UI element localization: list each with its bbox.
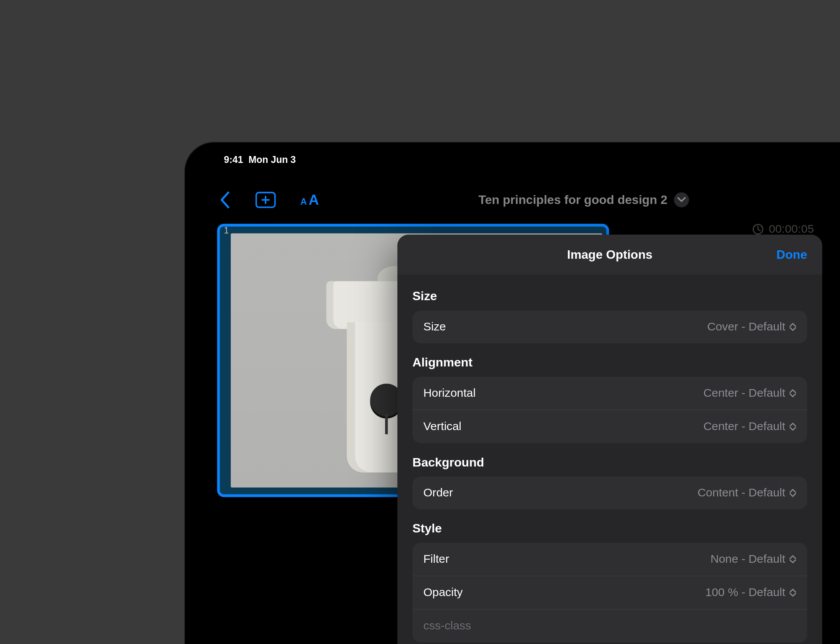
section-alignment-group: Horizontal Center - Default Vertical Cen… (412, 377, 807, 443)
stepper-icon (789, 555, 796, 563)
row-css-class-placeholder: css-class (423, 619, 471, 633)
row-vertical-value: Center - Default (703, 420, 785, 434)
slide-timer-value: 00:00:05 (769, 222, 814, 236)
status-bar: 9:41 Mon Jun 3 (184, 153, 840, 167)
row-css-class[interactable]: css-class (412, 609, 807, 642)
popover-body: Size Size Cover - Default Alignment Hori… (397, 274, 822, 644)
section-background-title: Background (412, 455, 807, 470)
row-filter[interactable]: Filter None - Default (412, 543, 807, 576)
svg-text:A: A (308, 192, 319, 207)
stepper-icon (789, 389, 796, 397)
chevron-down-icon (674, 192, 689, 207)
clock-icon (752, 224, 763, 235)
row-order-label: Order (423, 486, 453, 500)
popover-header: Image Options Done (397, 235, 822, 274)
text-style-button[interactable]: AA (300, 192, 324, 207)
section-size-group: Size Cover - Default (412, 310, 807, 343)
row-vertical[interactable]: Vertical Center - Default (412, 410, 807, 443)
row-opacity-label: Opacity (423, 586, 463, 600)
row-order[interactable]: Order Content - Default (412, 476, 807, 509)
slide-timer: 00:00:05 (752, 222, 814, 236)
row-opacity-value: 100 % - Default (705, 586, 785, 600)
popover-title: Image Options (567, 247, 653, 261)
section-style-group: Filter None - Default Opacity 100 % - De… (412, 543, 807, 642)
section-alignment-title: Alignment (412, 356, 807, 370)
row-size[interactable]: Size Cover - Default (412, 310, 807, 343)
row-opacity[interactable]: Opacity 100 % - Default (412, 576, 807, 609)
app-toolbar: AA Ten principles for good design 2 (184, 183, 840, 217)
row-filter-label: Filter (423, 552, 449, 566)
row-vertical-label: Vertical (423, 420, 461, 434)
stepper-icon (789, 422, 796, 430)
status-date: Mon Jun 3 (249, 154, 296, 165)
ipad-frame: 9:41 Mon Jun 3 AA Ten principl (184, 142, 840, 644)
section-style-title: Style (412, 522, 807, 536)
status-time: 9:41 (224, 154, 243, 165)
done-button[interactable]: Done (776, 235, 807, 274)
row-horizontal-label: Horizontal (423, 386, 476, 400)
add-slide-button[interactable] (255, 192, 276, 208)
section-size-title: Size (412, 289, 807, 304)
row-size-value: Cover - Default (707, 320, 786, 334)
row-size-label: Size (423, 320, 446, 334)
stepper-icon (789, 323, 796, 331)
stepper-icon (789, 589, 796, 597)
back-button[interactable] (218, 191, 231, 209)
row-filter-value: None - Default (710, 552, 785, 566)
document-title-text: Ten principles for good design 2 (478, 193, 667, 207)
section-background-group: Order Content - Default (412, 476, 807, 509)
row-order-value: Content - Default (697, 486, 785, 500)
stepper-icon (789, 489, 796, 497)
svg-text:A: A (300, 197, 307, 207)
image-options-popover: Image Options Done Size Size Cover - Def… (397, 235, 822, 644)
document-title[interactable]: Ten principles for good design 2 (324, 192, 840, 207)
row-horizontal-value: Center - Default (703, 386, 785, 400)
row-horizontal[interactable]: Horizontal Center - Default (412, 377, 807, 410)
slide-number: 1 (224, 225, 229, 235)
